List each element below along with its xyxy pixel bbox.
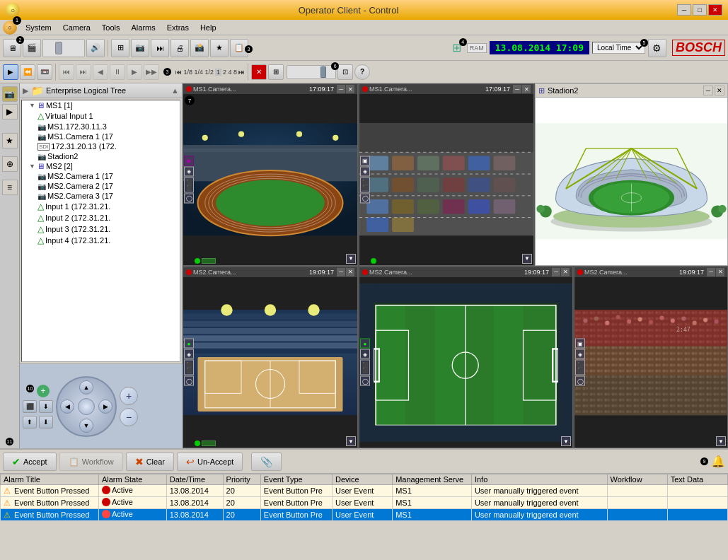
menu-help[interactable]: Help [195, 22, 222, 33]
tree-node-ms1-cam1[interactable]: 📷 MS1.Camera 1 (17 [22, 132, 180, 141]
camera-select-button[interactable]: 📷 [131, 39, 149, 57]
cam3-minimize[interactable]: ─ [337, 268, 345, 276]
video-button[interactable]: 🎬 [23, 39, 41, 57]
fast-forward-button[interactable]: ▶▶ [144, 64, 159, 80]
menu-camera[interactable]: Camera [57, 22, 96, 33]
tree-node-ms2-cam3[interactable]: 📷 MS2.Camera 3 (17 [22, 191, 180, 201]
cam1-minimize[interactable]: ─ [337, 85, 345, 93]
print-button[interactable]: 🖨 [171, 39, 189, 57]
play-button[interactable]: ▶ [127, 64, 142, 80]
camera-icon-btn[interactable]: 📷 [2, 86, 18, 102]
cam2-down-btn[interactable]: ▼ [522, 254, 532, 264]
ptz-center-btn[interactable] [78, 398, 95, 415]
cam5-close[interactable]: ✕ [716, 268, 724, 276]
live-icon-btn[interactable]: ▶ [2, 104, 18, 119]
cam1-ctrl-4[interactable]: ◯ [184, 193, 194, 203]
cam3-ctrl-3[interactable]: ⬛⬛ [184, 360, 194, 375]
sequence-button[interactable]: ⏭ [151, 39, 169, 57]
alarm-row-2[interactable]: ⚠ Event Button Pressed Active 13.08.2014… [1, 497, 728, 509]
tree-node-ms2-cam1[interactable]: 📷 MS2.Camera 1 (17 [22, 171, 180, 181]
ptz-left[interactable]: ◀ [60, 399, 74, 414]
zoom-slider[interactable] [287, 65, 336, 79]
speaker-button[interactable]: 🔊 [86, 39, 105, 57]
tree-node-input2[interactable]: △ Input 2 (172.31.21. [22, 212, 180, 223]
ptz-preset-btn-4[interactable]: ⬇ [39, 416, 53, 428]
cam4-ctrl-3[interactable]: ⬛⬛ [360, 360, 370, 375]
ptz-joystick[interactable]: ▲ ▼ ◀ ▶ [56, 376, 117, 437]
cam4-minimize[interactable]: ─ [552, 268, 560, 276]
workflow-button[interactable]: 📋 Workflow [59, 453, 123, 471]
ptz-preset-btn-2[interactable]: ⬇ [39, 400, 53, 413]
unaccept-button[interactable]: ↩ Un-Accept [177, 453, 243, 471]
ptz-preset-btn-1[interactable]: ⬛ [23, 400, 37, 413]
cam2-ctrl-1[interactable]: ▣ [360, 156, 370, 165]
prev-section-button[interactable]: ⏭ [76, 64, 91, 80]
cam3-ctrl-1[interactable]: ● [184, 339, 194, 349]
list-icon-btn[interactable]: ≡ [2, 180, 18, 195]
cam4-ctrl-2[interactable]: ◈ [360, 349, 370, 359]
cam2-ctrl-3[interactable]: ⬛⬛ [360, 177, 370, 192]
tree-node-ms2-cam2[interactable]: 📷 MS2.Camera 2 (17 [22, 181, 180, 191]
cam1-ctrl-2[interactable]: ◈ [184, 166, 194, 176]
tree-node-stadion2[interactable]: 📷 Stadion2 [22, 151, 180, 161]
ptz-down[interactable]: ▼ [79, 419, 93, 433]
live-button[interactable]: ▶ [3, 64, 18, 80]
cam3-close[interactable]: ✕ [346, 268, 354, 276]
help-button[interactable]: ? [354, 64, 370, 80]
pause-button[interactable]: ⏸ [110, 64, 125, 80]
prev-frame-button[interactable]: ◀ [93, 64, 108, 80]
expand-button[interactable]: ⊡ [337, 64, 353, 80]
alarm-row-3[interactable]: ⚠ Event Button Pressed Active 13.08.2014… [1, 509, 728, 521]
cam2-close[interactable]: ✕ [522, 85, 531, 93]
settings-icon[interactable]: ⚙ [648, 39, 666, 57]
tree-node-input1[interactable]: △ Input 1 (172.31.21. [22, 201, 180, 212]
cam4-ctrl-4[interactable]: ◯ [360, 376, 370, 386]
cam3-down-btn[interactable]: ▼ [346, 436, 356, 446]
slider-control[interactable] [42, 39, 85, 57]
cam5-ctrl-4[interactable]: ◯ [575, 376, 585, 386]
collapse-icon-2[interactable]: ▼ [29, 163, 35, 170]
cam5-minimize[interactable]: ─ [707, 268, 715, 276]
tree-node-ms2[interactable]: ▼ 🖥 MS2 [2] [22, 161, 180, 171]
cam5-ctrl-2[interactable]: ◈ [575, 349, 585, 359]
tree-scroll-up[interactable]: ▲ [171, 86, 179, 95]
stadium-minimize[interactable]: ─ [703, 86, 713, 95]
layout-button[interactable]: ⊞ [111, 39, 129, 57]
close-button[interactable]: ✕ [708, 4, 722, 16]
snapshot-button[interactable]: 📸 [190, 39, 209, 57]
cam1-close[interactable]: ✕ [346, 85, 354, 93]
ptz-right[interactable]: ▶ [98, 399, 112, 414]
playback-button[interactable]: 📼 [37, 64, 52, 80]
tree-node-input3[interactable]: △ Input 3 (172.31.21. [22, 223, 180, 235]
tree-node-sdi[interactable]: SDI 172.31.20.13 (172. [22, 141, 180, 151]
menu-extras[interactable]: Extras [161, 22, 195, 33]
cam4-ctrl-1[interactable]: ● [360, 339, 370, 349]
cam3-ctrl-2[interactable]: ◈ [184, 349, 194, 359]
cam2-ctrl-4[interactable]: ◯ [360, 193, 370, 203]
instant-playback-button[interactable]: ⏪ [20, 64, 35, 80]
cam3-ctrl-4[interactable]: ◯ [184, 376, 194, 386]
accept-button[interactable]: ✔ Accept [3, 453, 57, 471]
cam5-ctrl-1[interactable]: ▣ [575, 339, 585, 349]
tree-scroll[interactable]: ▼ 🖥 MS1 [1] △ Virtual Input 1 📷 MS1.172.… [22, 100, 180, 361]
ptz-zoom-out[interactable]: − [120, 408, 138, 426]
ptz-preset-btn-3[interactable]: ⬆ [23, 416, 37, 428]
minimize-button[interactable]: ─ [677, 4, 691, 16]
attach-icon-btn[interactable]: 📎 [251, 453, 282, 471]
expand-tree-icon[interactable]: ▶ [23, 86, 28, 95]
tree-node-ms1[interactable]: ▼ 🖥 MS1 [1] [22, 100, 180, 110]
cam1-down-btn[interactable]: ▼ [346, 254, 356, 264]
menu-tools[interactable]: Tools [96, 22, 126, 33]
cam5-down-btn[interactable]: ▼ [716, 436, 726, 446]
cam5-ctrl-3[interactable]: ⬛⬛ [575, 360, 585, 375]
ptz-zoom-in[interactable]: + [120, 387, 138, 405]
cam1-ctrl-1[interactable]: ▣ [184, 156, 194, 165]
compass-icon-btn[interactable]: ⊕ [2, 156, 18, 172]
monitor-mode-button[interactable]: ⊞ [268, 64, 284, 80]
restore-button[interactable]: □ [693, 4, 707, 16]
cam1-ctrl-3[interactable]: ⬛⬛ [184, 177, 194, 192]
clear-button[interactable]: ✖ Clear [126, 453, 174, 471]
cam2-ctrl-2[interactable]: ◈ [360, 166, 370, 176]
cam4-down-btn[interactable]: ▼ [561, 436, 571, 446]
collapse-icon[interactable]: ▼ [29, 102, 35, 109]
